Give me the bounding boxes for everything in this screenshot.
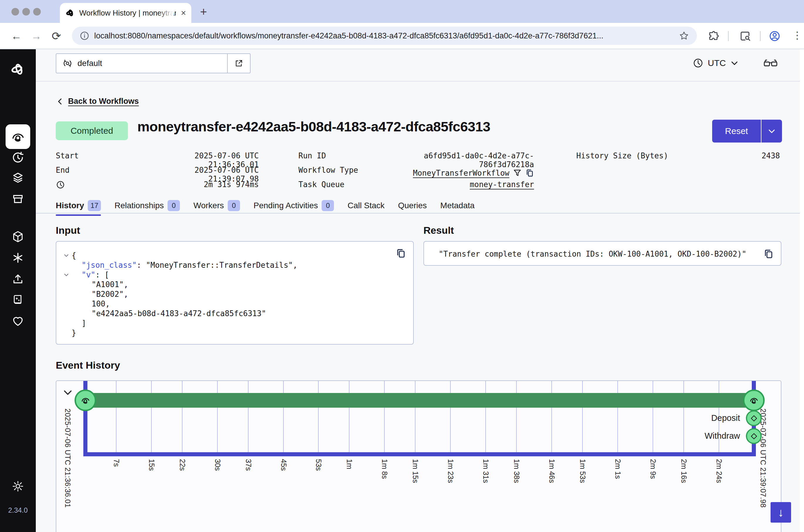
theme-toggle-sun-icon[interactable] (12, 480, 24, 493)
gridline (582, 381, 583, 452)
copy-icon[interactable] (525, 169, 534, 177)
axis-tick-label: 1m 15s (411, 459, 419, 483)
json-line: "e4242aa5-b08d-4183-a472-dfca85fc6313" (61, 308, 407, 318)
browser-tab[interactable]: Workflow History | moneytran × (60, 3, 191, 23)
sidebar-item-archive[interactable] (11, 192, 25, 206)
result-copy-button[interactable] (763, 249, 774, 261)
axis-tick-label: 1m 8s (380, 459, 389, 479)
json-line: "json_class": "MoneyTransfer::TransferDe… (61, 260, 407, 270)
browser-tabstrip: Workflow History | moneytran × + (0, 0, 804, 23)
gridline (217, 381, 218, 452)
back-button[interactable]: ← (11, 30, 22, 42)
task-queue-label: Task Queue (298, 180, 387, 194)
sidebar-item-nexus[interactable] (11, 230, 25, 243)
task-queue-link[interactable]: money-transfer (470, 180, 534, 189)
gridline (182, 381, 183, 452)
sidebar-item-namespaces[interactable] (11, 251, 25, 265)
new-tab-button[interactable]: + (200, 6, 207, 18)
browser-menu-icon[interactable]: ⋮ (792, 29, 802, 41)
tab-count-badge: 0 (168, 200, 180, 211)
workflow-type-link[interactable]: MoneyTransferWorkflow (413, 169, 509, 177)
gridline (617, 381, 618, 452)
heart-icon (11, 315, 25, 328)
namespace-selector[interactable]: default (56, 53, 250, 73)
gridline (516, 381, 517, 452)
gridline (450, 381, 451, 452)
url-text: localhost:8080/namespaces/default/workfl… (94, 31, 679, 40)
event-node-withdraw[interactable] (746, 428, 762, 444)
axis-tick-label: 1m 31s (482, 459, 490, 483)
namespace-open-button[interactable] (227, 54, 250, 73)
axis-tick-label: 1m 46s (547, 459, 556, 483)
gridline (485, 381, 486, 452)
scroll-to-bottom-button[interactable]: ↓ (770, 502, 791, 522)
extensions-icon[interactable] (708, 30, 719, 42)
history-size-value: 2438 (673, 151, 780, 166)
sidebar-item-feedback[interactable] (11, 315, 25, 328)
window-minimize-button[interactable] (22, 8, 30, 16)
timeline-end-timestamp: 2025-07-06 UTC 21:39:07.98 (759, 408, 767, 508)
reset-button[interactable]: Reset (712, 120, 761, 142)
timeline-collapse-icon[interactable] (62, 387, 73, 399)
sidebar-item-schedules[interactable] (11, 151, 25, 164)
sidebar-item-import[interactable] (11, 272, 25, 286)
collapse-caret-icon[interactable] (61, 272, 72, 278)
sidebar-item-docs[interactable] (11, 293, 25, 307)
timezone-selector[interactable]: UTC (692, 57, 739, 69)
tab-label: Workers (193, 201, 224, 210)
tab-metadata[interactable]: Metadata (441, 200, 475, 211)
reset-dropdown-button[interactable] (761, 120, 782, 142)
tab-label: Relationships (114, 201, 164, 210)
workflows-eye-icon (11, 129, 25, 144)
window-zoom-button[interactable] (33, 8, 41, 16)
tab-search-icon[interactable] (739, 30, 751, 42)
chevron-down-icon (767, 127, 776, 135)
sidebar-item-deployments[interactable] (11, 171, 25, 185)
tab-history[interactable]: History17 (56, 200, 101, 211)
tab-workers[interactable]: Workers0 (193, 200, 240, 211)
reload-button[interactable]: ⟳ (52, 30, 61, 42)
event-node-deposit[interactable] (746, 410, 762, 426)
input-panel: {"json_class": "MoneyTransfer::TransferD… (56, 241, 414, 345)
tab-count-badge: 0 (228, 200, 240, 211)
event-label-withdraw: Withdraw (643, 431, 740, 441)
profile-icon[interactable] (769, 30, 781, 42)
site-info-icon[interactable] (79, 31, 90, 41)
bookmark-star-icon[interactable] (679, 31, 689, 41)
workflow-execution-span[interactable] (86, 393, 754, 407)
back-to-workflows-link[interactable]: Back to Workflows (56, 97, 139, 106)
tab-pending-activities[interactable]: Pending Activities0 (254, 200, 334, 211)
workflow-details: Start 2025-07-06 UTC 21:36:36.01 Run ID … (56, 151, 780, 194)
tab-close-icon[interactable]: × (181, 8, 186, 17)
reset-button-group: Reset (712, 120, 782, 142)
back-link-label: Back to Workflows (68, 97, 139, 106)
url-bar[interactable]: localhost:8080/namespaces/default/workfl… (72, 27, 697, 45)
tab-label: History (56, 201, 84, 210)
window-close-button[interactable] (12, 8, 19, 16)
gridline (384, 381, 385, 452)
activity-diamond-icon (751, 433, 757, 439)
run-id-value: a6fd95d1-da0c-4d2e-a77c-786f3d76218a (387, 151, 534, 166)
tab-call-stack[interactable]: Call Stack (348, 200, 385, 211)
labs-mode-icon[interactable] (763, 58, 778, 71)
scrollbar-track[interactable] (800, 49, 804, 532)
gridline (349, 381, 350, 452)
forward-button[interactable]: → (31, 30, 42, 42)
json-line: ] (61, 318, 407, 328)
axis-tick-label: 2m 24s (715, 459, 723, 483)
sidebar-item-workflows[interactable] (5, 125, 30, 149)
app-sidebar: 2.34.0 (0, 49, 36, 532)
input-copy-button[interactable] (395, 248, 406, 260)
axis-tick-label: 22s (178, 459, 187, 471)
collapse-caret-icon[interactable] (61, 252, 72, 259)
clock-icon (692, 57, 704, 69)
tab-queries[interactable]: Queries (398, 200, 427, 211)
workflow-end-node[interactable] (743, 390, 765, 411)
timezone-label: UTC (708, 58, 726, 68)
json-line: { (61, 250, 407, 260)
tab-relationships[interactable]: Relationships0 (114, 200, 180, 211)
workflow-type-label: Workflow Type (298, 166, 387, 180)
workflow-start-node[interactable] (75, 390, 96, 411)
temporal-logo-icon[interactable] (10, 61, 26, 77)
filter-funnel-icon[interactable] (513, 169, 522, 177)
